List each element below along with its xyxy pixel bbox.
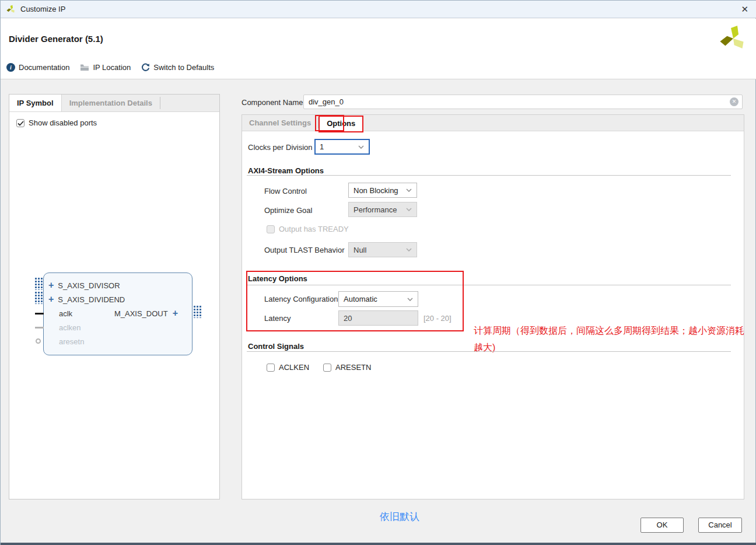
clear-icon[interactable]: ✕ [730,97,738,106]
aresetn-label: ARESETN [335,363,371,372]
title-bar: Customize IP ✕ [1,1,756,18]
tab-implementation-details[interactable]: Implementation Details [62,95,160,111]
component-name-label: Component Name [242,98,303,107]
show-disabled-ports-label: Show disabled ports [29,118,97,127]
clocks-per-division-dropdown[interactable]: 1 [314,139,370,155]
documentation-label: Documentation [19,63,69,72]
ip-location-button[interactable]: IP Location [80,63,131,72]
port-label: S_AXIS_DIVISOR [58,281,120,290]
optimize-goal-dropdown: Performance [348,202,417,217]
checkbox-checked[interactable] [16,119,24,127]
section-divider [247,175,731,176]
port-label: aclken [59,323,81,332]
port-label: aresetn [59,337,84,346]
chevron-down-icon [406,188,412,192]
switch-to-defaults-label: Switch to Defaults [153,63,214,72]
expand-plus-icon[interactable]: + [173,308,178,319]
clock-pin-icon [35,313,44,315]
background-app-strip [1,543,756,545]
latency-options-section-title: Latency Options [248,274,307,283]
latency-range-hint: [20 - 20] [424,314,452,323]
close-icon[interactable]: ✕ [741,1,748,18]
expand-plus-icon[interactable]: + [48,280,54,291]
latency-label: Latency [264,314,291,323]
window-title: Customize IP [20,1,65,18]
latency-field: 20 [338,310,418,326]
settings-tabpanel: Channel Settings Options Clocks per Divi… [242,114,744,499]
latency-configuration-label: Latency Configuration [264,295,338,303]
component-name-input[interactable] [304,95,724,109]
port-label: S_AXIS_DIVIDEND [58,295,125,304]
bus-port-icon [35,278,43,290]
chevron-down-icon [406,208,412,211]
switch-to-defaults-button[interactable]: Switch to Defaults [141,63,214,72]
port-label: M_AXIS_DOUT [114,309,168,318]
tab-separator [160,97,160,109]
customize-ip-dialog: Customize IP ✕ Divider Generator (5.1) i… [0,0,756,545]
ip-symbol-diagram: + S_AXIS_DIVISOR + S_AXIS_DIVIDEND aclk … [43,272,192,355]
aclken-label: ACLKEN [279,363,309,372]
red-annotation-line2: 越大) [474,342,495,354]
axi4-stream-section-title: AXI4-Stream Options [248,166,324,175]
port-row: + S_AXIS_DIVIDEND [48,294,125,305]
flow-control-label: Flow Control [264,187,307,195]
port-row: aclken [59,322,81,333]
refresh-icon [141,63,150,72]
output-tlast-behavior-dropdown: Null [348,242,417,257]
ok-button[interactable]: OK [640,518,684,533]
port-row: M_AXIS_DOUT + [114,308,178,319]
chevron-down-icon [358,145,364,149]
control-signals-section-title: Control Signals [248,342,304,351]
flow-control-dropdown[interactable]: Non Blocking [348,183,417,198]
chevron-down-icon [406,248,412,251]
port-row: aclk [59,308,72,319]
component-name-field: ✕ [303,95,743,109]
checkbox-unchecked[interactable] [267,364,275,372]
dialog-header: Divider Generator (5.1) i Documentation … [1,19,756,79]
documentation-button[interactable]: i Documentation [6,63,69,72]
expand-plus-icon[interactable]: + [48,294,54,305]
dropdown-value: Null [354,246,366,254]
output-tlast-behavior-label: Output TLAST Behavior [264,246,345,254]
disabled-pin-icon [35,327,44,329]
dropdown-value: Performance [354,205,397,214]
tab-channel-settings[interactable]: Channel Settings [242,115,318,131]
page-title: Divider Generator (5.1) [9,34,103,44]
checkbox-unchecked [267,225,275,233]
bus-port-icon [35,292,43,304]
section-divider [247,351,731,352]
toolbar: i Documentation IP Location Switch to De… [6,63,214,72]
clocks-per-division-label: Clocks per Division [248,143,313,152]
checkbox-unchecked[interactable] [323,364,331,372]
tab-ip-symbol[interactable]: IP Symbol [9,95,62,111]
check-icon [18,121,24,126]
ip-location-label: IP Location [93,63,131,72]
latency-value: 20 [344,314,352,323]
show-disabled-ports-checkbox[interactable]: Show disabled ports [16,118,97,127]
red-annotation-line1: 计算周期（得到数据后，间隔这么多周期得到结果；越小资源消耗 [474,325,744,337]
tab-options[interactable]: Options [318,116,363,132]
aresetn-checkbox[interactable]: ARESETN [323,363,371,372]
latency-configuration-dropdown[interactable]: Automatic [338,291,418,307]
info-icon: i [6,63,15,72]
ip-symbol-panel: IP Symbol Implementation Details Show di… [9,94,220,499]
xilinx-logo-icon [719,25,747,53]
folder-icon [80,64,89,71]
aclken-checkbox[interactable]: ACLKEN [267,363,309,372]
output-has-tready-label: Output has TREADY [279,225,349,233]
bus-port-icon [194,306,201,318]
port-label: aclk [59,309,72,318]
dropdown-value: Automatic [344,295,377,303]
cancel-button[interactable]: Cancel [698,518,742,533]
chevron-down-icon [407,298,413,301]
reset-pin-icon [36,338,41,344]
xilinx-logo-icon [6,5,16,14]
port-row: + S_AXIS_DIVISOR [48,280,120,291]
settings-tabbar: Channel Settings Options [242,115,744,131]
dropdown-value: 1 [320,142,324,151]
dropdown-value: Non Blocking [354,186,398,195]
optimize-goal-label: Optimize Goal [264,206,312,215]
left-panel-tabbar: IP Symbol Implementation Details [9,95,219,112]
blue-annotation-note: 依旧默认 [380,510,419,523]
output-has-tready-checkbox: Output has TREADY [267,225,349,233]
